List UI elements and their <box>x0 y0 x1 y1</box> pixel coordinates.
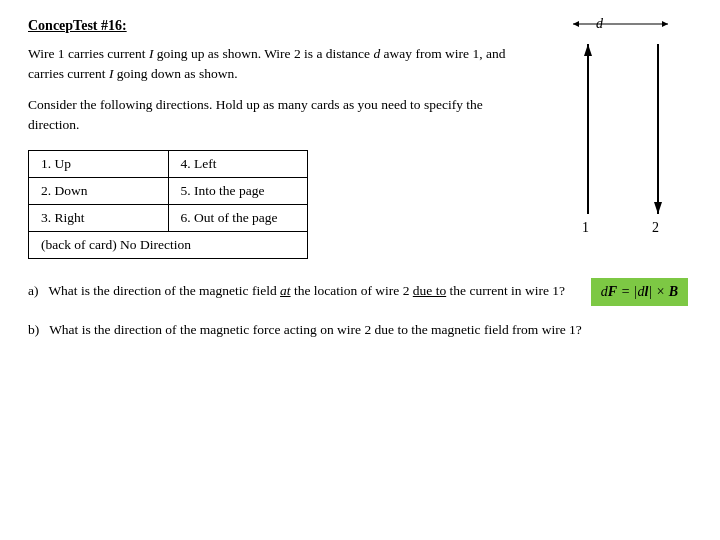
choice-2-down: 2. Down <box>29 178 169 205</box>
choice-3-right: 3. Right <box>29 205 169 232</box>
choices-table: 1. Up 4. Left 2. Down 5. Into the page 3… <box>28 150 308 259</box>
choice-1-up: 1. Up <box>29 151 169 178</box>
consider-text: Consider the following directions. Hold … <box>28 95 508 134</box>
intro-text: Wire 1 carries current I going up as sho… <box>28 44 508 83</box>
question-b-label: b) <box>28 322 39 337</box>
question-a-label: a) <box>28 283 39 298</box>
questions-section: a) What is the direction of the magnetic… <box>28 281 692 340</box>
question-b: b) What is the direction of the magnetic… <box>28 320 692 340</box>
choice-5-into-page: 5. Into the page <box>168 178 308 205</box>
choice-6-out-of-page: 6. Out of the page <box>168 205 308 232</box>
page-title: ConcepTest #16: <box>28 18 692 34</box>
choice-4-left: 4. Left <box>168 151 308 178</box>
question-a: a) What is the direction of the magnetic… <box>28 281 692 301</box>
back-of-card: (back of card) No Direction <box>29 232 308 259</box>
